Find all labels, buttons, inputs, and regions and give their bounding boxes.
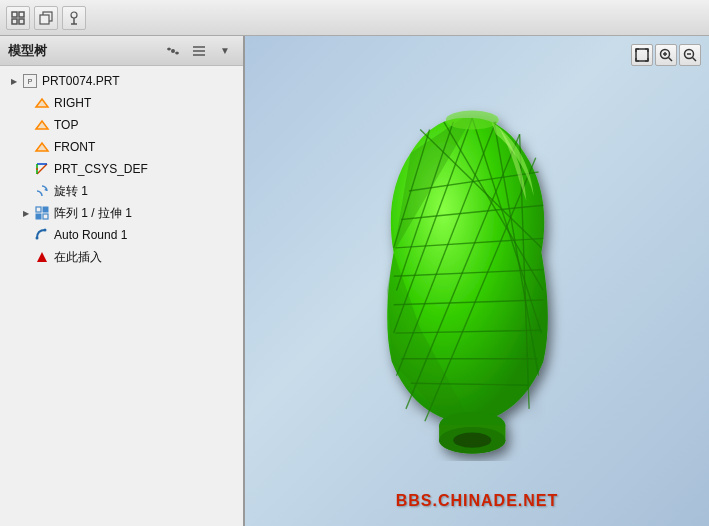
view-controls (631, 44, 701, 66)
main-area: 模型树 ▼ ▶ (0, 36, 709, 526)
tree-item-front[interactable]: FRONT (0, 136, 243, 158)
right-label: RIGHT (54, 96, 91, 110)
expand-arrow-csys (20, 163, 32, 175)
zoom-in-button[interactable] (655, 44, 677, 66)
watermark: BBS.CHINADE.NET (396, 492, 559, 510)
tree-content: ▶ P PRT0074.PRT RIGHT (0, 66, 243, 526)
svg-rect-0 (12, 12, 17, 17)
pin-button[interactable] (62, 6, 86, 30)
svg-rect-3 (19, 19, 24, 24)
svg-line-46 (693, 58, 697, 62)
expand-arrow-front (20, 141, 32, 153)
svg-marker-31 (37, 252, 47, 262)
csys-label: PRT_CSYS_DEF (54, 162, 148, 176)
panel-list-button[interactable] (189, 41, 209, 61)
csys-icon (34, 161, 50, 177)
expand-arrow-array: ▶ (20, 207, 32, 219)
zoom-out-button[interactable] (679, 44, 701, 66)
svg-rect-32 (636, 49, 648, 61)
left-panel: 模型树 ▼ ▶ (0, 36, 245, 526)
expand-arrow-right (20, 97, 32, 109)
svg-marker-18 (36, 121, 48, 129)
tree-item-prt[interactable]: ▶ P PRT0074.PRT (0, 70, 243, 92)
panel-header: 模型树 ▼ (0, 36, 243, 66)
svg-marker-19 (36, 143, 48, 151)
svg-point-29 (44, 229, 47, 232)
insert-label: 在此插入 (54, 249, 102, 266)
top-plane-icon (34, 117, 50, 133)
panel-arrow-button[interactable]: ▼ (215, 41, 235, 61)
svg-rect-2 (12, 19, 17, 24)
tree-item-right[interactable]: RIGHT (0, 92, 243, 114)
svg-rect-5 (40, 15, 49, 24)
tree-item-csys[interactable]: PRT_CSYS_DEF (0, 158, 243, 180)
front-plane-icon (34, 139, 50, 155)
grid-button[interactable] (6, 6, 30, 30)
tree-item-revolve[interactable]: 旋转 1 (0, 180, 243, 202)
panel-settings-button[interactable] (163, 41, 183, 61)
svg-rect-28 (43, 214, 48, 219)
svg-line-42 (669, 58, 673, 62)
svg-rect-25 (36, 207, 41, 212)
expand-arrow-revolve (20, 185, 32, 197)
tree-item-insert[interactable]: 在此插入 (0, 246, 243, 268)
tree-item-autoround[interactable]: Auto Round 1 (0, 224, 243, 246)
svg-rect-27 (36, 214, 41, 219)
copy-button[interactable] (34, 6, 58, 30)
svg-point-23 (36, 168, 38, 170)
svg-marker-17 (36, 99, 48, 107)
svg-point-69 (453, 433, 491, 448)
revolve-label: 旋转 1 (54, 183, 88, 200)
expand-arrow-insert (20, 251, 32, 263)
expand-arrow-autoround (20, 229, 32, 241)
svg-point-6 (71, 12, 77, 18)
svg-point-70 (446, 110, 499, 129)
3d-object (317, 101, 637, 461)
revolve-icon (34, 183, 50, 199)
panel-title: 模型树 (8, 42, 157, 60)
zoom-fit-button[interactable] (631, 44, 653, 66)
svg-point-30 (36, 237, 39, 240)
top-toolbar (0, 0, 709, 36)
prt-icon: P (22, 73, 38, 89)
autoround-icon (34, 227, 50, 243)
front-label: FRONT (54, 140, 95, 154)
tree-item-array[interactable]: ▶ 阵列 1 / 拉伸 1 (0, 202, 243, 224)
viewport[interactable]: BBS.CHINADE.NET (245, 36, 709, 526)
prt-label: PRT0074.PRT (42, 74, 120, 88)
svg-rect-1 (19, 12, 24, 17)
svg-line-20 (37, 164, 47, 174)
top-label: TOP (54, 118, 78, 132)
autoround-label: Auto Round 1 (54, 228, 127, 242)
svg-point-9 (171, 49, 175, 53)
expand-arrow: ▶ (8, 75, 20, 87)
array-icon (34, 205, 50, 221)
svg-rect-26 (43, 207, 48, 212)
array-label: 阵列 1 / 拉伸 1 (54, 205, 132, 222)
expand-arrow-top (20, 119, 32, 131)
insert-icon (34, 249, 50, 265)
right-plane-icon (34, 95, 50, 111)
tree-item-top[interactable]: TOP (0, 114, 243, 136)
